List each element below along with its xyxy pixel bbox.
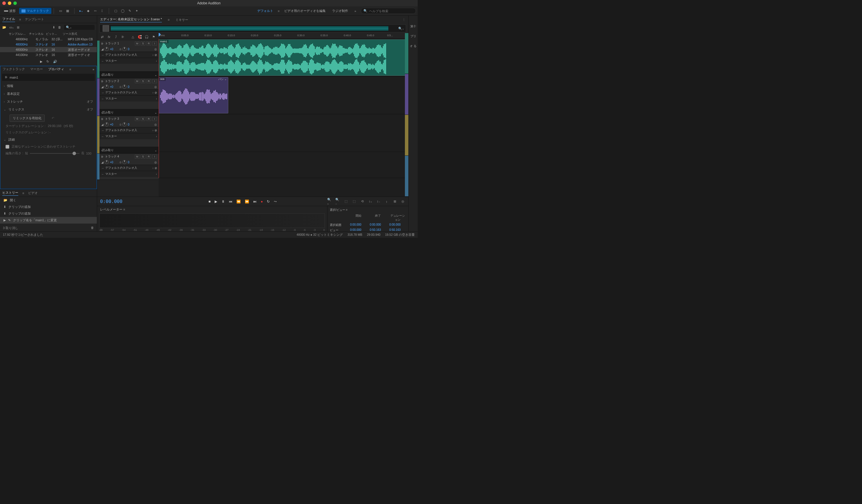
workspace-radio[interactable]: ラジオ制作 <box>330 8 350 14</box>
history-trash-icon[interactable]: 🗑 <box>91 226 94 230</box>
zoom-out-icon[interactable]: 🔍₋ <box>335 199 340 204</box>
spectral-icon[interactable]: ▦ <box>65 9 70 14</box>
tab-video[interactable]: ビデオ <box>28 191 38 195</box>
history-item[interactable]: ▶✎クリップ名を「main1」に変更 <box>0 217 97 224</box>
pause-button[interactable]: ⏸ <box>221 199 225 203</box>
editor-panel-settings-icon[interactable]: ⋮ <box>402 18 405 22</box>
maximize-window[interactable] <box>13 1 17 5</box>
workspace-default[interactable]: デフォルト <box>256 8 275 14</box>
snap-icon[interactable]: 🧲 <box>137 34 142 39</box>
zoom-reset-v-icon[interactable]: ↕ <box>384 199 389 204</box>
time-selection-tool-icon[interactable]: 𝙸 <box>100 9 105 14</box>
heal-tool-icon[interactable]: ✦ <box>134 9 139 14</box>
tab-mixer[interactable]: ミキサー <box>175 18 188 22</box>
track-input[interactable]: デフォルトのステレオ入 <box>105 53 152 57</box>
overview-bar[interactable]: 🔍₊ <box>100 24 406 32</box>
brush-tool-icon[interactable]: ✎ <box>127 9 132 14</box>
audio-clip[interactable]: main1 <box>159 39 408 76</box>
zoom-selection-icon[interactable]: ⬚ <box>352 199 357 204</box>
clip-name[interactable]: main1 <box>10 76 18 79</box>
phase-icon[interactable]: ⊘ <box>155 53 157 56</box>
metronome-icon[interactable]: △ <box>130 34 135 39</box>
editor-menu-icon[interactable]: ≡ <box>168 18 169 22</box>
files-play-icon[interactable]: ▶ <box>40 60 42 64</box>
toggle-loop-icon[interactable]: ⇄ <box>100 34 105 39</box>
selection-start[interactable]: 0:00.000 <box>350 223 367 227</box>
files-preview-icon[interactable]: 🔊 <box>53 60 57 64</box>
history-item[interactable]: 📂開く <box>0 197 97 203</box>
files-search[interactable]: 🔍₊ <box>64 25 95 30</box>
overview-zoom-icon[interactable]: 🔍₊ <box>396 27 406 30</box>
time-ruler[interactable]: hms 0:05.0 0:10.0 0:15.0 0:20.0 0:25.0 0… <box>159 33 408 39</box>
section-stretch[interactable]: ›ストレッチオフ <box>0 98 96 106</box>
track-color-indicator[interactable] <box>405 115 408 156</box>
file-row[interactable]: 48000Hzステレオ16Adobe Audition 13 <box>0 42 97 47</box>
solo-button[interactable]: S <box>141 41 145 45</box>
move-tool-icon[interactable]: ▸₊ <box>79 9 84 14</box>
slip-tool-icon[interactable]: ⇿ <box>92 9 98 14</box>
go-to-start-button[interactable]: ⏮ <box>229 199 232 203</box>
help-search-input[interactable] <box>369 9 413 13</box>
workspace-default-menu-icon[interactable]: ≡ <box>278 9 279 13</box>
forward-button[interactable]: ⏩ <box>245 199 249 203</box>
automation-mode[interactable]: 読み取り <box>102 73 155 77</box>
new-multitrack-icon[interactable]: ⊞ <box>17 26 19 29</box>
file-row[interactable]: 48000Hzステレオ16波形オーディオ <box>0 47 97 52</box>
tab-editor[interactable]: エディター: 名称未設定セッション 3.sesx * <box>100 17 162 22</box>
open-file-icon[interactable]: 📂 <box>2 26 6 29</box>
tab-files[interactable]: ファイル <box>2 17 15 22</box>
overview-viewport[interactable] <box>103 25 109 31</box>
workspace-overflow-icon[interactable]: » <box>353 9 358 14</box>
razor-tool-icon[interactable]: ◆ <box>86 9 91 14</box>
marquee-tool-icon[interactable]: ▢ <box>113 9 118 14</box>
rewind-button[interactable]: ⏪ <box>236 199 241 203</box>
props-menu-icon[interactable]: ≡ <box>69 68 71 71</box>
minimize-window[interactable] <box>8 1 11 5</box>
input-monitor-button[interactable]: I <box>152 41 157 45</box>
audio-clip[interactable]: 008 パン ⌄ <box>159 77 228 114</box>
zoom-in-v-icon[interactable]: ↕₊ <box>368 199 373 204</box>
monitor-icon[interactable]: 🎧 <box>144 34 149 39</box>
multitrack-view-button[interactable]: マルチトラック <box>19 8 51 14</box>
hud-icon[interactable]: ▭ <box>58 9 63 14</box>
zoom-in-icon[interactable]: 🔍₊ <box>327 199 332 204</box>
track-handle-icon[interactable]: ⊪ <box>101 42 104 45</box>
history-item[interactable]: ⬇クリップの追加 <box>0 210 97 217</box>
track-output[interactable]: マスター <box>105 59 155 63</box>
track-color-indicator[interactable] <box>405 33 408 74</box>
loop-button[interactable]: ↻ <box>267 199 270 203</box>
section-basic[interactable]: ›基本設定 <box>0 90 96 98</box>
insert-to-session-icon[interactable]: ⬇ <box>52 26 55 29</box>
skip-selection-button[interactable]: ⤳ <box>274 199 277 203</box>
import-icon[interactable]: ▭₊ <box>9 26 14 29</box>
zoom-fit-icon[interactable]: ◎ <box>400 199 405 204</box>
track-color-indicator[interactable] <box>405 74 408 115</box>
files-tab-menu-icon[interactable]: ≡ <box>19 18 21 21</box>
go-to-end-button[interactable]: ⏭ <box>253 199 257 203</box>
timecode-display[interactable]: 0:00.000 <box>100 199 158 204</box>
play-button[interactable]: ▶ <box>214 199 217 203</box>
remix-enable-button[interactable]: リミックスを有効化 <box>10 115 45 122</box>
tab-properties[interactable]: プロパティ <box>48 67 64 71</box>
tab-marker[interactable]: マーカー <box>30 67 43 71</box>
props-overflow-icon[interactable]: » <box>92 68 94 71</box>
zoom-all-icon[interactable]: ⊞ <box>392 199 397 204</box>
zoom-full-icon[interactable]: ⬚ <box>343 199 349 204</box>
zoom-out-v-icon[interactable]: ↕₋ <box>376 199 381 204</box>
zoom-prev-icon[interactable]: ⟲ <box>360 199 365 204</box>
section-info[interactable]: ›情報 <box>0 82 96 90</box>
remix-undo-icon[interactable]: ↶ <box>52 116 54 120</box>
file-row[interactable]: 44100Hzステレオ16波形オーディオ <box>0 52 97 57</box>
playhead-line[interactable] <box>159 39 159 178</box>
selection-end[interactable]: 0:00.000 <box>370 223 387 227</box>
stereo-icon[interactable]: ◎ <box>154 48 157 51</box>
delete-icon[interactable]: 🗑 <box>58 26 61 29</box>
files-loop-icon[interactable]: ↻ <box>47 60 49 64</box>
pan-knob[interactable] <box>122 47 127 51</box>
right-tab[interactable]: プリ <box>410 34 416 38</box>
section-advanced[interactable]: ⌄詳細 <box>0 136 96 144</box>
levels-menu-icon[interactable]: ≡ <box>123 208 125 211</box>
eq-icon[interactable]: ⊪ <box>120 34 126 39</box>
workspace-video-audio[interactable]: ビデオ用のオーディオを編集 <box>283 8 327 14</box>
track-color-indicator[interactable] <box>405 156 408 197</box>
